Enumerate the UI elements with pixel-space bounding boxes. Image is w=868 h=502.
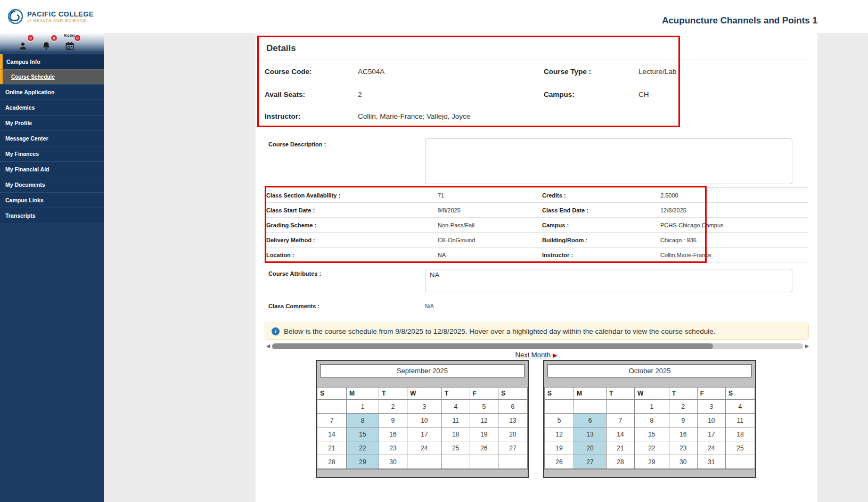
course-attributes-input[interactable]: NA (425, 269, 792, 292)
calendar-day-header: T (606, 388, 634, 400)
october-2025-day-5: 5 (545, 414, 574, 427)
info-row: Grading Scheme :Non-Pass/FailCampus :PCH… (266, 217, 808, 232)
september-2025-day-6: 6 (498, 400, 527, 414)
topbar: Acupuncture Channels and Points 1 (104, 0, 868, 33)
september-2025-day-13: 13 (498, 414, 527, 427)
october-2025-day-3: 3 (697, 400, 725, 414)
september-2025-day-8[interactable]: 8 (347, 414, 379, 427)
october-2025-day-6[interactable]: 6 (574, 414, 607, 427)
september-2025-day-22[interactable]: 22 (347, 441, 379, 455)
horizontal-scrollbar[interactable]: ◀ ▶ (266, 343, 809, 349)
info-icon: i (272, 327, 280, 335)
scroll-left-arrow[interactable]: ◀ (266, 343, 270, 349)
october-2025-day-1: 1 (635, 400, 669, 414)
october-2025-day-27[interactable]: 27 (574, 455, 607, 469)
sidebar-item-message-center[interactable]: Message Center (0, 130, 104, 146)
sidebar-item-my-financial-aid[interactable]: My Financial Aid (0, 161, 104, 177)
calendar-day-empty (606, 400, 634, 414)
september-2025-day-24: 24 (407, 441, 442, 455)
schedule-info-banner: i Below is the course schedule from 9/8/… (265, 323, 809, 340)
calendar-day-empty (545, 400, 574, 414)
october-2025-day-23: 23 (669, 441, 697, 455)
calendar-day-header: S (498, 388, 527, 400)
october-2025-day-2: 2 (669, 400, 697, 414)
sidebar-item-my-profile[interactable]: My Profile (0, 115, 104, 130)
calendar-header: September 2025 (317, 361, 528, 387)
calendar-day-header: W (407, 388, 442, 400)
september-2025-day-11: 11 (441, 414, 470, 427)
sidebar-item-label: Academics (5, 104, 35, 111)
details-fields: Course Code: AC504A Course Type : Lectur… (256, 60, 817, 127)
september-2025-day-16: 16 (379, 427, 407, 441)
info-row: Location :NAInstructor :Collin,Marie-Fra… (266, 247, 808, 262)
course-attributes-label: Course Attributes : (256, 269, 425, 295)
info-value: 71 (438, 192, 542, 199)
calendar-day-header: F (470, 388, 498, 400)
sidebar-item-label: Campus Info (6, 59, 40, 65)
class-comments-value: N/A (425, 303, 434, 311)
sidebar-item-campus-links[interactable]: Campus Links (0, 192, 104, 208)
course-description-input[interactable] (425, 138, 792, 184)
calendar-day-empty (441, 455, 470, 469)
info-value: NA (438, 252, 542, 258)
info-table: Class Section Availability :71Credits :2… (266, 187, 808, 262)
person-icon[interactable]: 0 (18, 38, 29, 51)
calendar-day-header: T (379, 388, 407, 400)
calendar-grid: SMTWTFS123456789101112131415161718192021… (544, 387, 755, 469)
scroll-right-arrow[interactable]: ▶ (805, 343, 809, 349)
sidebar-item-my-finances[interactable]: My Finances (0, 146, 104, 161)
sidebar-item-online-application[interactable]: Online Application (0, 84, 104, 100)
college-logo[interactable]: PACIFIC COLLEGE of HEALTH AND SCIENCE (0, 0, 104, 33)
calendar-day-header: T (669, 388, 697, 400)
october-2025-day-11: 11 (725, 414, 755, 427)
info-value: CK-OnGround (438, 237, 542, 243)
scrollbar-track[interactable] (272, 343, 803, 349)
info-label: Grading Scheme : (266, 222, 438, 228)
october-2025-day-13[interactable]: 13 (574, 427, 607, 441)
calendar-day-header: W (635, 388, 669, 400)
bell-badge: 0 (51, 35, 58, 42)
sidebar-item-my-documents[interactable]: My Documents (0, 177, 104, 192)
sidebar-item-academics[interactable]: Academics (0, 100, 104, 115)
sidebar-item-campus-info[interactable]: Campus Info (0, 54, 104, 69)
october-2025-day-14: 14 (606, 427, 634, 441)
course-code-value: AC504A (358, 68, 544, 76)
sidebar-item-label: Campus Links (5, 197, 44, 203)
september-2025-day-5: 5 (470, 400, 498, 414)
calendar-header: October 2025 (544, 361, 755, 387)
campus-value: CH (638, 90, 817, 98)
october-2025-day-7: 7 (606, 414, 634, 427)
september-2025-day-3: 3 (407, 400, 442, 414)
september-2025-day-29[interactable]: 29 (347, 455, 379, 469)
october-2025-day-4: 4 (725, 400, 755, 414)
october-2025-day-9: 9 (669, 414, 697, 427)
info-label: Credits : (542, 192, 660, 199)
course-type-label: Course Type : (544, 68, 638, 76)
sidebar-item-transcripts[interactable]: Transcripts (0, 208, 104, 223)
bell-icon[interactable]: 0 (42, 38, 52, 51)
calendar-day-header: S (317, 388, 347, 400)
logo-line1: PACIFIC COLLEGE (27, 11, 94, 18)
scrollbar-thumb[interactable] (272, 343, 713, 349)
october-2025-day-8: 8 (635, 414, 669, 427)
instructor-label: Instructor: (265, 112, 358, 120)
october-2025-day-15: 15 (635, 427, 669, 441)
calendar-day-header: M (347, 388, 379, 400)
sidebar: PACIFIC COLLEGE of HEALTH AND SCIENCE 0 … (0, 0, 104, 502)
sidebar-item-label: My Financial Aid (5, 166, 49, 172)
course-description-section: Course Description : (256, 138, 817, 187)
october-2025-day-20[interactable]: 20 (574, 441, 607, 455)
sidebar-item-course-schedule[interactable]: Course Schedule (0, 69, 104, 84)
sidebar-icon-band: 0 0 Kiosks 0 (0, 33, 104, 53)
info-value: PCHS-Chicago Campus (660, 222, 808, 228)
sidebar-item-label: My Documents (5, 182, 45, 188)
september-2025-day-7: 7 (317, 414, 347, 427)
calendar-september-2025: September 2025SMTWTFS1234567891011121314… (316, 360, 529, 478)
calendar-badge: 0 (74, 35, 81, 42)
september-2025-day-15[interactable]: 15 (347, 427, 379, 441)
calendar-icon[interactable]: Kiosks 0 (65, 38, 76, 51)
calendar-month-title: October 2025 (547, 364, 752, 377)
calendar-day-header: M (574, 388, 607, 400)
september-2025-day-28: 28 (317, 455, 347, 469)
next-month-link[interactable]: Next Month (515, 351, 551, 359)
